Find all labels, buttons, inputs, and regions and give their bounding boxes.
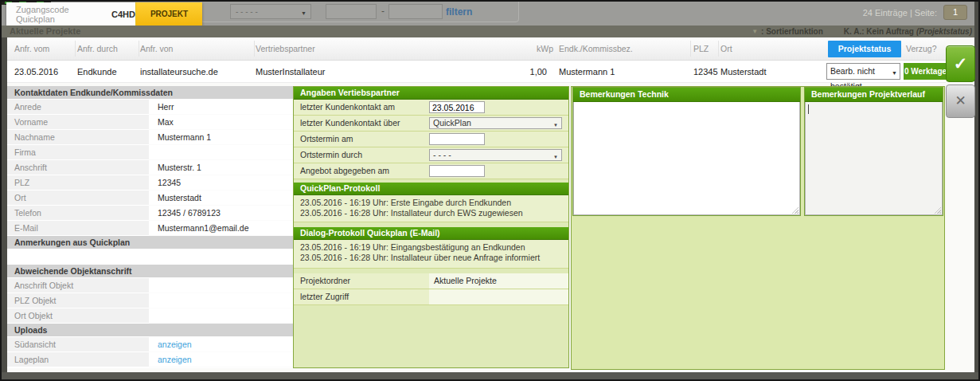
- filter-dropdown[interactable]: - - - - - ▼: [230, 4, 311, 19]
- verlauf-textarea[interactable]: [805, 102, 943, 215]
- protocol-line: 23.05.2016 - 16:19 Uhr: Erste Eingabe du…: [300, 198, 562, 208]
- page-title: Aktuelle Projekte: [10, 26, 80, 37]
- upload-row: Lageplananzeigen: [7, 352, 294, 367]
- anmerkungen-section-header: Anmerkungen aus Quickplan: [7, 236, 294, 249]
- dialog-protokoll-body: 23.05.2016 - 16:19 Uhr: Eingangsbestätig…: [294, 240, 568, 269]
- field-value: 12345: [149, 175, 294, 190]
- verlauf-panel: Bemerkungen Projektverlauf: [804, 87, 943, 216]
- chevron-down-icon: ▼: [301, 6, 306, 20]
- field-label: letzter Zugriff: [294, 289, 429, 305]
- contact-row: Firma: [7, 145, 294, 160]
- partner-field-row: letzter Kundenkontakt am: [294, 100, 568, 116]
- angebot-abgegeben-input[interactable]: [429, 165, 485, 177]
- protocol-line: 23.05.2016 - 16:28 Uhr: Installateur übe…: [300, 253, 562, 263]
- contact-row: E-MailMustermann1@email.de: [7, 221, 294, 236]
- confirm-button[interactable]: ✓: [946, 45, 975, 82]
- protocol-line: 23.05.2016 - 16:28 Uhr: Installateur dur…: [300, 208, 562, 218]
- field-label: E-Mail: [7, 221, 149, 236]
- uploads-section-header: Uploads: [7, 324, 294, 337]
- partner-section-header: Angaben Vertiebspartner: [294, 87, 568, 100]
- projektstatus-select[interactable]: Bearb. nicht bestätigt ▼: [826, 63, 900, 80]
- col-vertriebspartner[interactable]: Vertriebspartner: [256, 37, 315, 61]
- col-kwp[interactable]: kWp: [537, 37, 553, 61]
- status-legend-label: K. A.: Kein Auftrag: [844, 27, 914, 36]
- check-icon: ✓: [954, 54, 968, 73]
- contact-row: NachnameMustermann 1: [7, 130, 294, 145]
- load-project-button[interactable]: PROJEKT LADEN: [135, 2, 202, 26]
- field-label: Vorname: [7, 115, 149, 130]
- field-label: Telefon: [7, 206, 149, 221]
- objekt-row: Ort Objekt: [7, 308, 294, 324]
- col-anfr-durch[interactable]: Anfr. durch: [77, 37, 118, 61]
- quickplan-code-value: C4HD: [111, 10, 135, 19]
- partner-field-row: Ortstermin durch - - - - ▼: [294, 147, 568, 163]
- technik-textarea[interactable]: [573, 102, 800, 215]
- resize-handle-icon[interactable]: [791, 206, 798, 214]
- cell-anfr-vom: 23.05.2016: [14, 61, 58, 83]
- col-plz[interactable]: PLZ: [693, 37, 709, 61]
- filter-date-from-input[interactable]: [326, 4, 377, 19]
- objekt-row: PLZ Objekt: [7, 293, 294, 308]
- select-value: - - - -: [433, 150, 451, 159]
- field-label: Nachname: [7, 130, 149, 145]
- kundenkontakt-ueber-select[interactable]: QuickPlan ▼: [429, 117, 562, 129]
- project-row[interactable]: 23.05.2016 Endkunde installateursuche.de…: [7, 61, 946, 83]
- field-label: Firma: [7, 145, 149, 160]
- show-suedansicht-link[interactable]: anzeigen: [158, 340, 192, 349]
- col-projektstatus-button[interactable]: Projektstatus: [828, 41, 901, 57]
- page-number-box[interactable]: 1: [943, 5, 967, 20]
- remarks-area: Bemerkungen Technik Bemerkungen Projektv…: [571, 86, 945, 370]
- legend: ▼ : Sortierfunktion K. A.: Kein Auftrag …: [752, 26, 972, 37]
- column-divider: [254, 41, 255, 57]
- contact-row: AnschriftMusterstr. 1: [7, 160, 294, 175]
- select-value: QuickPlan: [433, 118, 471, 128]
- ortstermin-durch-select[interactable]: - - - - ▼: [429, 149, 562, 161]
- col-ort[interactable]: Ort: [720, 37, 732, 61]
- table-header-row: Anfr. vom Anfr. durch Anfr. von Vertrieb…: [7, 37, 946, 61]
- protocol-line: 23.05.2016 - 16:19 Uhr: Eingangsbestätig…: [300, 242, 562, 253]
- filter-date-to-input[interactable]: [388, 4, 443, 19]
- folder-row: Projektordner Aktuelle Projekte: [294, 273, 568, 289]
- field-label: Südansicht: [7, 337, 149, 352]
- objekt-section-header: Abweichende Objektanschrift: [7, 265, 294, 278]
- anmerkungen-empty-row: [7, 249, 294, 265]
- field-value: 12345 / 6789123: [149, 206, 294, 221]
- field-value: [149, 145, 294, 160]
- kundenkontakt-am-input[interactable]: [429, 101, 485, 113]
- partner-field-row: letzter Kundenkontakt über QuickPlan ▼: [294, 116, 568, 132]
- close-icon: ✕: [955, 93, 966, 108]
- field-label: PLZ: [7, 175, 149, 190]
- field-label: Anschrift Objekt: [7, 278, 149, 293]
- field-value: [149, 278, 294, 293]
- contact-section-header: Kontaktdaten Endkunde/Kommissdaten: [7, 86, 294, 100]
- field-label: PLZ Objekt: [7, 293, 149, 308]
- folder-row: letzter Zugriff: [294, 289, 568, 305]
- quickplan-code-field[interactable]: Zugangscode Quickplan C4HD: [6, 2, 135, 26]
- field-value: Musterstr. 1: [149, 160, 294, 175]
- col-verzug[interactable]: Verzug?: [906, 37, 937, 61]
- objekt-row: Anschrift Objekt: [7, 278, 294, 293]
- close-button[interactable]: ✕: [946, 84, 975, 118]
- partner-field-row: Angebot abgegeben am: [294, 163, 568, 179]
- ortstermin-am-input[interactable]: [429, 133, 485, 145]
- field-value: Aktuelle Projekte: [429, 273, 568, 289]
- contact-panel: Kontaktdaten Endkunde/Kommissdaten Anred…: [7, 86, 294, 368]
- section-titlebar: Aktuelle Projekte ▼ : Sortierfunktion K.…: [2, 26, 978, 37]
- range-separator: -: [381, 6, 385, 17]
- cell-plz: 12345: [693, 61, 718, 83]
- cell-kwp: 1,00: [523, 61, 547, 83]
- status-legend-note: (Projektstatus): [916, 27, 972, 36]
- col-anfr-vom[interactable]: Anfr. vom: [14, 37, 49, 61]
- col-endk[interactable]: Endk./Kommissbez.: [559, 37, 633, 61]
- resize-handle-icon[interactable]: [934, 206, 941, 214]
- filter-button[interactable]: filtern: [446, 6, 472, 18]
- chevron-down-icon: ▼: [892, 65, 897, 81]
- cell-ort: Musterstadt: [720, 61, 766, 83]
- upload-row: Südansichtanzeigen: [7, 337, 294, 352]
- app-window: - - - - - ▼ - filtern 24 Einträge | Seit…: [0, 0, 980, 381]
- show-lageplan-link[interactable]: anzeigen: [158, 355, 192, 364]
- sort-legend-label: : Sortierfunktion: [761, 27, 823, 36]
- col-anfr-von[interactable]: Anfr. von: [140, 37, 173, 61]
- text-cursor: [808, 104, 809, 114]
- column-divider: [718, 41, 719, 57]
